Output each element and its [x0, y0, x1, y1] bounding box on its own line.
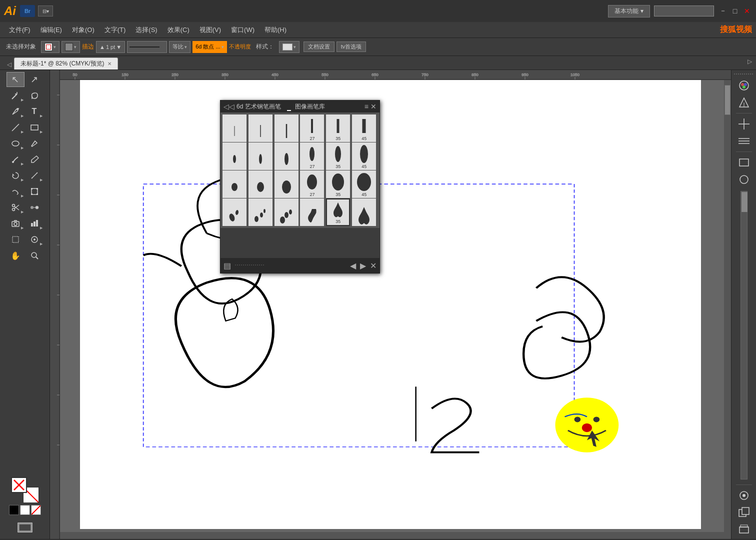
horizontal-scrollbar[interactable]	[60, 532, 724, 539]
duplicate-btn[interactable]	[735, 505, 753, 520]
brush-cell[interactable]	[274, 142, 298, 170]
brush-cell[interactable]: 27	[300, 170, 324, 198]
brush-cell[interactable]	[248, 114, 272, 142]
style-btn[interactable]: ▾	[279, 41, 300, 53]
brush-tab-image[interactable]: 图像画笔库	[293, 102, 327, 111]
pen-tool[interactable]: ▶	[6, 104, 24, 119]
brush-cell[interactable]: 27	[300, 142, 324, 170]
none-swatch[interactable]	[31, 505, 41, 515]
brush-cell[interactable]: 45	[352, 142, 376, 170]
zoom-tool[interactable]	[26, 248, 44, 263]
brush-cell[interactable]	[274, 198, 298, 226]
panel-collapse-left[interactable]: ◁	[4, 60, 14, 70]
brush-cell[interactable]	[248, 142, 272, 170]
brush-cell[interactable]	[222, 114, 246, 142]
brush-cell[interactable]: 27	[300, 114, 324, 142]
star-btn[interactable]	[735, 488, 753, 503]
brush-cell[interactable]	[222, 170, 246, 198]
panel-next-btn[interactable]: ▶	[360, 261, 366, 270]
brush-cell[interactable]: 35	[326, 114, 350, 142]
circle-btn[interactable]	[735, 172, 753, 187]
separator-icon[interactable]	[735, 134, 753, 148]
select-tool[interactable]: ↖	[6, 72, 24, 87]
minimize-btn[interactable]: －	[718, 6, 728, 16]
lasso-tool[interactable]	[26, 88, 44, 103]
brush-cell[interactable]: 35	[326, 142, 350, 170]
menu-select[interactable]: 选择(S)	[130, 24, 162, 36]
stroke-color-btn[interactable]: ▾	[41, 41, 60, 53]
free-transform-tool[interactable]	[26, 184, 44, 199]
artboard-tool[interactable]	[6, 232, 24, 247]
doc-settings-btn[interactable]: 文档设置	[304, 42, 334, 52]
brush-cell[interactable]	[352, 198, 376, 226]
canvas-document[interactable]	[80, 80, 701, 529]
warp-tool[interactable]: ▶	[6, 184, 24, 199]
scale-tool[interactable]: ▶	[26, 168, 44, 183]
panel-collapse-right[interactable]: ▷	[748, 58, 752, 65]
menu-edit[interactable]: 编辑(E)	[36, 24, 67, 36]
magic-wand-tool[interactable]: ▶	[6, 88, 24, 103]
pencil-tool[interactable]	[26, 136, 44, 151]
line-style-dropdown[interactable]: 等比 ▾	[169, 41, 190, 53]
brush-cell[interactable]: 35	[326, 170, 350, 198]
menu-text[interactable]: 文字(T)	[100, 24, 131, 36]
foreground-color-swatch[interactable]	[11, 477, 27, 493]
search-input[interactable]	[654, 6, 714, 16]
camera-tool[interactable]: ▶	[6, 216, 24, 231]
fill-color-btn[interactable]: ▾	[62, 41, 80, 53]
brush-cell[interactable]	[274, 170, 298, 198]
menu-effect[interactable]: 效果(C)	[162, 24, 194, 36]
brush-panel-btn[interactable]: 6d 散点 ... ▾	[192, 41, 227, 53]
menu-view[interactable]: 视图(V)	[194, 24, 226, 36]
document-tab[interactable]: 未标题-1* @ 82% (CMYK/预览) ✕	[14, 58, 118, 70]
panel-library-btn[interactable]: ▤	[224, 261, 231, 270]
brush-cell[interactable]: 45	[352, 170, 376, 198]
stroke-weight-btn[interactable]: ▲1 pt▼	[96, 41, 125, 53]
preferences-btn[interactable]: tv首选项	[336, 42, 366, 52]
column-graph-tool[interactable]: ▶	[26, 216, 44, 231]
color-guide-btn[interactable]	[735, 78, 753, 93]
eraser-tool[interactable]	[26, 152, 44, 167]
br-logo[interactable]: Br	[20, 5, 35, 17]
scissors-tool[interactable]: ▶	[6, 200, 24, 215]
layers-btn[interactable]	[735, 522, 753, 537]
direct-select-tool[interactable]: ↗	[26, 72, 44, 87]
menu-window[interactable]: 窗口(W)	[226, 24, 260, 36]
ellipse-tool[interactable]: ▶	[6, 136, 24, 151]
line-tool[interactable]: ▶	[6, 120, 24, 135]
type-tool[interactable]: T ▶	[26, 104, 44, 119]
canvas-area[interactable]: 50 150 250 350 450 550 650 750 850 950 1…	[50, 70, 731, 539]
brush-cell-selected[interactable]: 35	[326, 198, 350, 226]
layer-btn[interactable]	[16, 520, 34, 535]
close-btn[interactable]: ✕	[742, 6, 752, 16]
blend-tool[interactable]	[26, 200, 44, 215]
rotate-tool[interactable]: ▶	[6, 168, 24, 183]
line-style-btn[interactable]	[127, 41, 167, 53]
tab-close-btn[interactable]: ✕	[108, 61, 112, 66]
white-swatch[interactable]	[20, 505, 30, 515]
rect-shape-btn[interactable]	[735, 155, 753, 170]
menu-object[interactable]: 对象(O)	[67, 24, 100, 36]
brush-cell[interactable]	[300, 198, 324, 226]
right-panel-scrollbar[interactable]	[740, 191, 748, 480]
panel-close-btn[interactable]: ✕	[370, 102, 376, 110]
panel-delete-btn[interactable]: ✕	[370, 261, 376, 270]
color-picker-btn[interactable]	[735, 95, 753, 110]
panel-menu-btn[interactable]: ≡	[364, 102, 368, 110]
brush-tab-6d[interactable]	[287, 102, 291, 111]
right-panel-scroll-thumb[interactable]	[742, 192, 748, 212]
brush-cell[interactable]	[222, 198, 246, 226]
menu-file[interactable]: 文件(F)	[4, 24, 36, 36]
navigator-btn[interactable]	[735, 116, 753, 132]
vertical-scrollbar[interactable]	[724, 80, 731, 539]
brush-tool[interactable]: ▶	[6, 152, 24, 167]
brush-cell[interactable]: 45	[352, 114, 376, 142]
workspace-btn[interactable]: 基本功能 ▾	[608, 5, 650, 18]
hand-tool[interactable]: ✋	[6, 248, 24, 263]
brush-cell[interactable]	[274, 114, 298, 142]
black-swatch[interactable]	[9, 505, 19, 515]
panel-collapse-btn[interactable]: ◁◁	[224, 102, 234, 110]
v-scrollbar-thumb[interactable]	[724, 85, 730, 115]
brush-cell[interactable]	[248, 198, 272, 226]
rect-tool[interactable]: ▶	[26, 120, 44, 135]
